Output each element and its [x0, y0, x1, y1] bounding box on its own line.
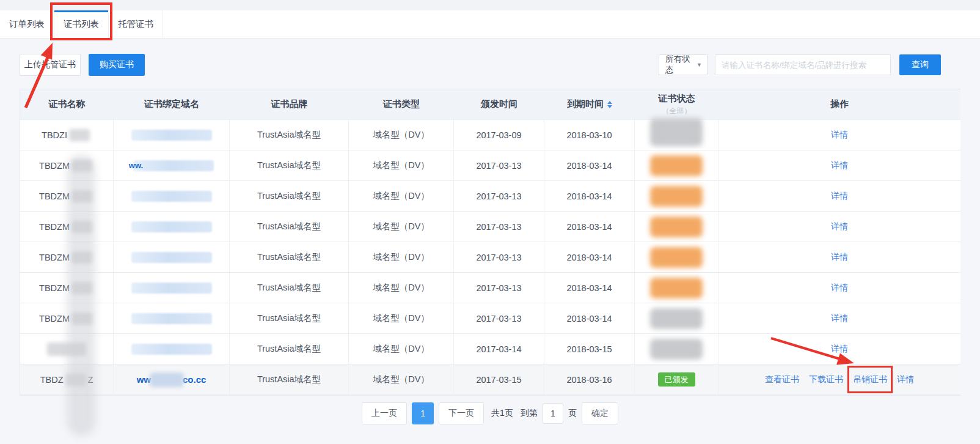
redacted-blob [71, 313, 92, 325]
redacted-status-blob [650, 216, 703, 237]
column-header-group: 证书绑定域名 [144, 98, 199, 110]
detail-link[interactable]: 详情 [831, 283, 848, 294]
redacted-status-blob [650, 186, 703, 207]
tab-hosted-certs[interactable]: 托管证书 [109, 10, 163, 38]
column-header: 证书品牌 [230, 89, 349, 120]
cert-name-text: TBDZ [40, 375, 64, 385]
cell-status: 已颁发 [635, 364, 719, 395]
status-filter-value: 所有状态 [665, 54, 697, 76]
cell-brand: TrustAsia域名型 [230, 334, 349, 364]
domain-link[interactable]: ww. [129, 161, 143, 170]
detail-link[interactable]: 详情 [831, 252, 848, 263]
upload-hosted-cert-button[interactable]: 上传托管证书 [20, 54, 81, 76]
redacted-domain-bar [131, 191, 212, 202]
cert-name-text: TBDZM [39, 314, 70, 324]
download-cert-link[interactable]: 下载证书 [809, 374, 843, 385]
cell-brand: TrustAsia域名型 [230, 303, 349, 334]
cell-cert-name: TBDZZ [20, 364, 114, 395]
cell-issue-date: 2017-03-14 [454, 334, 544, 364]
column-header-group: 颁发时间 [481, 98, 517, 110]
total-pages-label: 共1页 [491, 408, 513, 419]
cell-expiry-date: 2018-03-16 [544, 364, 635, 395]
cell-status [635, 334, 719, 364]
cell-issue-date: 2017-03-13 [454, 242, 544, 273]
chevron-down-icon: ▼ [697, 62, 702, 68]
cell-status [635, 273, 719, 303]
cell-bound-domain [114, 273, 230, 303]
cell-status [635, 181, 719, 212]
detail-link[interactable]: 详情 [831, 160, 848, 171]
cell-status [635, 242, 719, 273]
redacted-status-blob [650, 278, 703, 298]
cell-cert-name [20, 334, 114, 364]
detail-link[interactable]: 详情 [831, 344, 848, 355]
tab-certificate-list[interactable]: 证书列表 [54, 10, 109, 38]
cell-actions: 详情 [719, 273, 960, 303]
tab-bar: 订单列表 证书列表 托管证书 [0, 10, 980, 39]
cell-cert-type: 域名型（DV） [349, 334, 454, 364]
cell-brand: TrustAsia域名型 [230, 212, 349, 242]
cert-name-text: TBDZM [39, 222, 70, 232]
view-cert-link[interactable]: 查看证书 [765, 374, 799, 385]
cell-expiry-date: 2018-03-14 [544, 212, 635, 242]
redacted-blob [71, 160, 92, 172]
redacted-blob [71, 282, 92, 294]
cell-status [635, 150, 719, 181]
detail-link[interactable]: 详情 [831, 313, 848, 324]
domain-link[interactable]: wwco.cc [137, 372, 207, 387]
revoke-cert-link[interactable]: 吊销证书 [853, 374, 887, 385]
confirm-page-button[interactable]: 确定 [582, 402, 618, 424]
cell-expiry-date: 2018-03-14 [544, 150, 635, 181]
redacted-blob [47, 342, 86, 356]
sort-icon[interactable] [607, 101, 612, 108]
search-input[interactable] [715, 54, 891, 75]
cell-cert-name: TBDZM [20, 212, 114, 242]
tab-order-list[interactable]: 订单列表 [0, 10, 54, 38]
redacted-blob [71, 251, 92, 264]
current-page-button[interactable]: 1 [412, 402, 434, 424]
column-header-group: 证书状态 [659, 93, 695, 105]
detail-link[interactable]: 详情 [831, 221, 848, 232]
cell-cert-name: TBDZM [20, 273, 114, 303]
cell-cert-type: 域名型（DV） [349, 242, 454, 273]
cell-brand: TrustAsia域名型 [230, 273, 349, 303]
redacted-status-blob [650, 247, 703, 268]
redacted-blob [150, 372, 184, 387]
cell-cert-type: 域名型（DV） [349, 150, 454, 181]
cell-bound-domain [114, 242, 230, 273]
cell-bound-domain [114, 334, 230, 364]
cert-name-text: TBDZM [39, 283, 70, 293]
status-filter-select[interactable]: 所有状态 ▼ [659, 54, 708, 75]
certificate-table: 证书名称证书绑定域名证书品牌证书类型颁发时间到期时间证书状态（全部）操作TBDZ… [20, 89, 960, 396]
search-button[interactable]: 查询 [899, 54, 941, 75]
cell-brand: TrustAsia域名型 [230, 364, 349, 395]
column-header-label: 证书品牌 [271, 98, 308, 110]
detail-link[interactable]: 详情 [831, 191, 848, 202]
detail-link[interactable]: 详情 [831, 130, 848, 141]
cell-issue-date: 2017-03-13 [454, 212, 544, 242]
cell-actions: 查看证书下载证书吊销证书详情 [719, 364, 960, 395]
detail-link[interactable]: 详情 [897, 374, 914, 385]
goto-page-input[interactable] [543, 403, 563, 424]
cert-name-text: Z [88, 375, 93, 385]
column-header-group: 证书名称 [49, 98, 86, 110]
next-page-button[interactable]: 下一页 [439, 402, 484, 424]
cell-expiry-date: 2018-03-10 [544, 120, 635, 150]
goto-page-suffix: 页 [568, 408, 577, 419]
goto-page-prefix: 到第 [521, 408, 538, 419]
cell-expiry-date: 2018-03-14 [544, 273, 635, 303]
buy-cert-button[interactable]: 购买证书 [89, 54, 145, 76]
cell-bound-domain [114, 120, 230, 150]
cell-cert-type: 域名型（DV） [349, 303, 454, 334]
redacted-domain-bar [131, 313, 212, 324]
redacted-blob [71, 221, 92, 233]
column-header-label: 到期时间 [567, 98, 604, 110]
column-header-label: 证书状态 [659, 93, 695, 105]
cell-issue-date: 2017-03-13 [454, 181, 544, 212]
cell-issue-date: 2017-03-13 [454, 150, 544, 181]
cell-actions: 详情 [719, 334, 960, 364]
prev-page-button[interactable]: 上一页 [362, 402, 407, 424]
cell-cert-name: TBDZM [20, 181, 114, 212]
column-header-sub: （全部） [662, 106, 692, 116]
cert-name-text: TBDZM [39, 253, 70, 262]
